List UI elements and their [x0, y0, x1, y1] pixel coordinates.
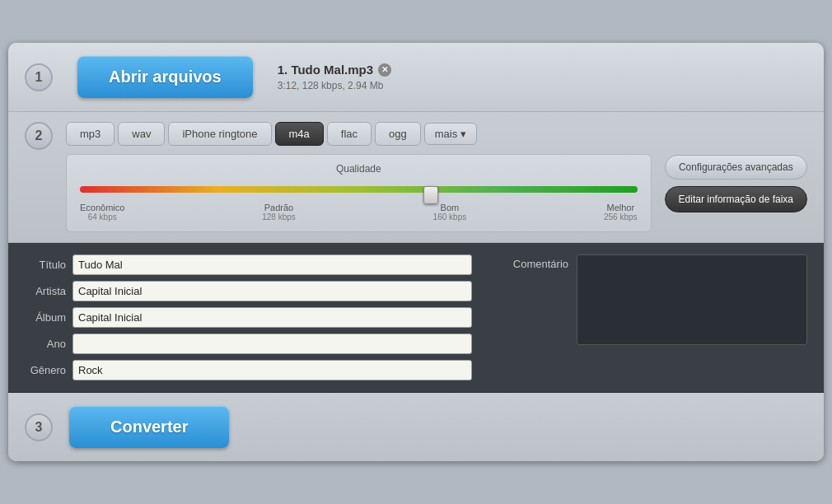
file-name: 1. Tudo Mal.mp3 ✕ [278, 63, 391, 77]
section-1: 1 Abrir arquivos 1. Tudo Mal.mp3 ✕ 3:12,… [8, 43, 824, 112]
section-2-inner: mp3 wav iPhone ringtone m4a flac ogg mai… [66, 122, 652, 232]
section-3: 3 Converter [8, 393, 824, 461]
advanced-settings-button[interactable]: Configurações avançadas [665, 155, 807, 180]
marker-melhor: Melhor256 kbps [604, 203, 638, 222]
open-files-button[interactable]: Abrir arquivos [77, 56, 253, 98]
artista-input[interactable] [72, 281, 472, 301]
file-meta: 3:12, 128 kbps, 2.94 Mb [278, 80, 391, 91]
album-label: Álbum [25, 311, 66, 324]
section-2-buttons: Configurações avançadas Editar informaçã… [665, 122, 807, 212]
marker-bom: Bom160 kbps [433, 203, 467, 222]
album-input[interactable] [72, 307, 472, 328]
chevron-down-icon: ▾ [460, 128, 466, 140]
titulo-input[interactable] [72, 254, 472, 275]
tab-ogg[interactable]: ogg [375, 122, 421, 146]
marker-padrao: Padrão128 kbps [262, 203, 296, 222]
quality-markers: Econômico64 kbps Padrão128 kbps Bom160 k… [80, 203, 638, 222]
tab-flac[interactable]: flac [327, 122, 372, 146]
artista-label: Artista [25, 285, 66, 297]
file-close-button[interactable]: ✕ [378, 63, 391, 77]
section-2: 2 mp3 wav iPhone ringtone m4a flac ogg m… [8, 112, 824, 243]
quality-slider-thumb[interactable] [423, 186, 438, 204]
ano-input[interactable] [72, 334, 472, 354]
more-label: mais [435, 128, 457, 140]
tab-wav[interactable]: wav [118, 122, 165, 146]
section-metadata: Título Artista Álbum Ano Gênero Comentár… [8, 243, 824, 393]
app-container: 1 Abrir arquivos 1. Tudo Mal.mp3 ✕ 3:12,… [8, 43, 824, 461]
tab-m4a[interactable]: m4a [275, 122, 324, 146]
file-info: 1. Tudo Mal.mp3 ✕ 3:12, 128 kbps, 2.94 M… [278, 63, 391, 91]
titulo-label: Título [25, 259, 66, 271]
ano-label: Ano [25, 338, 66, 350]
comentario-label: Comentário [513, 254, 568, 270]
quality-slider-container[interactable] [80, 181, 638, 198]
quality-label: Qualidade [80, 163, 638, 175]
genero-input[interactable] [72, 360, 472, 380]
convert-button[interactable]: Converter [69, 406, 229, 448]
quality-slider-track [80, 186, 638, 193]
step-1-circle: 1 [25, 63, 53, 91]
step-3-circle: 3 [25, 413, 53, 441]
marker-economico: Econômico64 kbps [80, 203, 124, 222]
step-2-circle: 2 [25, 122, 53, 150]
quality-section: Qualidade Econômico64 kbps Padrão128 kbp… [66, 154, 652, 232]
comentario-textarea[interactable] [577, 254, 807, 345]
tab-mp3[interactable]: mp3 [66, 122, 115, 146]
tab-iphone-ringtone[interactable]: iPhone ringtone [168, 122, 271, 146]
tab-more[interactable]: mais ▾ [424, 123, 477, 145]
edit-track-info-button[interactable]: Editar informação de faixa [665, 186, 807, 212]
meta-fields-left: Título Artista Álbum Ano Gênero [25, 254, 472, 380]
format-tabs: mp3 wav iPhone ringtone m4a flac ogg mai… [66, 122, 652, 146]
meta-fields-right: Comentário [488, 254, 807, 345]
genero-label: Gênero [25, 364, 66, 376]
